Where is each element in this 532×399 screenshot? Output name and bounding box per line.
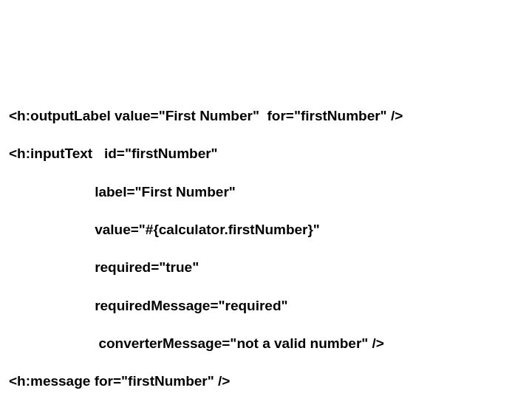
code-line: <h:inputText id="firstNumber"	[9, 144, 523, 163]
code-block: <h:outputLabel value="First Number" for=…	[9, 88, 523, 399]
code-line: requiredMessage="required"	[9, 296, 523, 316]
code-line: label="First Number"	[9, 183, 523, 202]
code-line: converterMessage="not a valid number" />	[9, 334, 523, 353]
code-line: <h:outputLabel value="First Number" for=…	[9, 106, 523, 126]
code-line: required="true"	[9, 258, 523, 277]
code-line: <h:message for="firstNumber" />	[9, 372, 523, 391]
code-line: value="#{calculator.firstNumber}"	[9, 220, 523, 239]
